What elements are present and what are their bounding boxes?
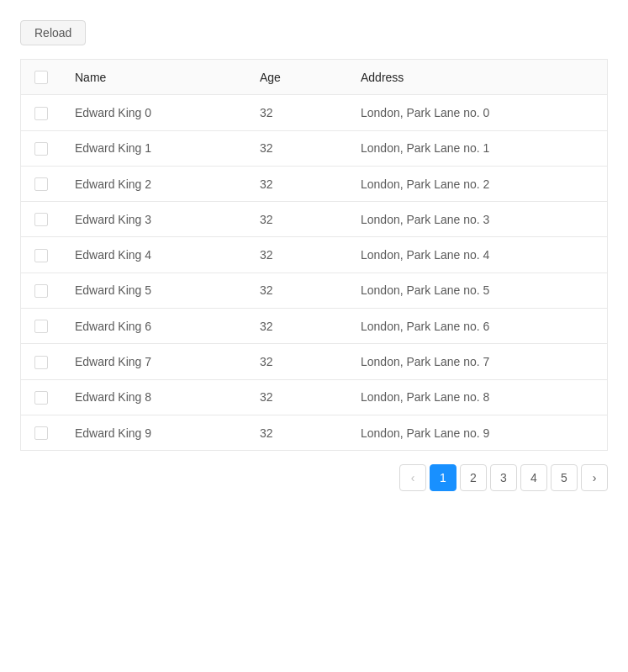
next-page-button[interactable]: › <box>581 464 608 491</box>
row-address: London, Park Lane no. 2 <box>347 166 608 201</box>
row-address: London, Park Lane no. 6 <box>347 309 608 344</box>
row-checkbox-cell <box>21 237 62 273</box>
row-address: London, Park Lane no. 5 <box>347 273 608 308</box>
row-name: Edward King 4 <box>61 237 246 273</box>
row-checkbox-7[interactable] <box>34 356 48 369</box>
main-container: Reload Name Age Address Edward King 032L… <box>0 0 628 511</box>
row-name: Edward King 0 <box>61 95 246 130</box>
row-checkbox-cell <box>21 379 62 415</box>
row-age: 32 <box>246 379 347 415</box>
row-age: 32 <box>246 415 347 450</box>
page-3-button[interactable]: 3 <box>490 464 517 491</box>
header-checkbox-cell <box>21 60 62 95</box>
table-row: Edward King 032London, Park Lane no. 0 <box>21 95 608 130</box>
row-checkbox-cell <box>21 130 62 166</box>
row-age: 32 <box>246 344 347 379</box>
table-row: Edward King 232London, Park Lane no. 2 <box>21 166 608 201</box>
row-checkbox-2[interactable] <box>34 177 48 191</box>
reload-button[interactable]: Reload <box>20 20 86 45</box>
table-row: Edward King 832London, Park Lane no. 8 <box>21 379 608 415</box>
table-row: Edward King 432London, Park Lane no. 4 <box>21 237 608 273</box>
row-age: 32 <box>246 95 347 130</box>
row-address: London, Park Lane no. 7 <box>347 344 608 379</box>
row-checkbox-4[interactable] <box>34 249 48 262</box>
row-checkbox-cell <box>21 309 62 344</box>
header-name: Name <box>61 60 246 95</box>
row-name: Edward King 9 <box>61 415 246 450</box>
row-age: 32 <box>246 273 347 308</box>
header-age: Age <box>246 60 347 95</box>
prev-page-button[interactable]: ‹ <box>399 464 426 491</box>
row-checkbox-6[interactable] <box>34 320 48 333</box>
table-row: Edward King 932London, Park Lane no. 9 <box>21 415 608 450</box>
table-row: Edward King 132London, Park Lane no. 1 <box>21 130 608 166</box>
table-row: Edward King 732London, Park Lane no. 7 <box>21 344 608 379</box>
row-address: London, Park Lane no. 9 <box>347 415 608 450</box>
row-checkbox-cell <box>21 344 62 379</box>
page-5-button[interactable]: 5 <box>551 464 578 491</box>
row-age: 32 <box>246 202 347 237</box>
table-row: Edward King 632London, Park Lane no. 6 <box>21 309 608 344</box>
table-header-row: Name Age Address <box>21 60 608 95</box>
header-address: Address <box>347 60 608 95</box>
row-checkbox-9[interactable] <box>34 426 48 440</box>
row-checkbox-5[interactable] <box>34 284 48 298</box>
row-age: 32 <box>246 130 347 166</box>
row-checkbox-cell <box>21 415 62 450</box>
table-row: Edward King 332London, Park Lane no. 3 <box>21 202 608 237</box>
data-table: Name Age Address Edward King 032London, … <box>20 59 608 451</box>
row-checkbox-3[interactable] <box>34 213 48 226</box>
page-2-button[interactable]: 2 <box>460 464 487 491</box>
table-row: Edward King 532London, Park Lane no. 5 <box>21 273 608 308</box>
page-4-button[interactable]: 4 <box>520 464 547 491</box>
row-address: London, Park Lane no. 8 <box>347 379 608 415</box>
row-checkbox-8[interactable] <box>34 391 48 405</box>
row-checkbox-1[interactable] <box>34 142 48 156</box>
row-checkbox-cell <box>21 95 62 130</box>
page-1-button[interactable]: 1 <box>430 464 456 491</box>
row-name: Edward King 3 <box>61 202 246 237</box>
pagination: ‹ 1 2 3 4 5 › <box>20 464 608 491</box>
row-age: 32 <box>246 166 347 201</box>
row-name: Edward King 2 <box>61 166 246 201</box>
row-checkbox-cell <box>21 273 62 308</box>
row-age: 32 <box>246 237 347 273</box>
row-name: Edward King 8 <box>61 379 246 415</box>
row-address: London, Park Lane no. 4 <box>347 237 608 273</box>
table-body: Edward King 032London, Park Lane no. 0Ed… <box>21 95 608 451</box>
row-name: Edward King 6 <box>61 309 246 344</box>
row-address: London, Park Lane no. 1 <box>347 130 608 166</box>
row-name: Edward King 7 <box>61 344 246 379</box>
row-address: London, Park Lane no. 3 <box>347 202 608 237</box>
row-checkbox-0[interactable] <box>34 107 48 120</box>
row-age: 32 <box>246 309 347 344</box>
row-name: Edward King 5 <box>61 273 246 308</box>
row-checkbox-cell <box>21 202 62 237</box>
select-all-checkbox[interactable] <box>34 71 48 84</box>
row-checkbox-cell <box>21 166 62 201</box>
row-name: Edward King 1 <box>61 130 246 166</box>
row-address: London, Park Lane no. 0 <box>347 95 608 130</box>
